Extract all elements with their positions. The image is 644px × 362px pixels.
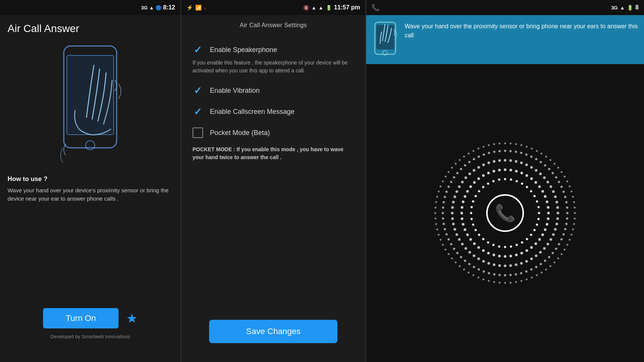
svg-point-23 xyxy=(470,218,473,220)
turn-on-button[interactable]: Turn On xyxy=(43,308,119,328)
svg-point-191 xyxy=(447,186,450,188)
bottom-area: Turn On ★ Developed by Smartweb Innovati… xyxy=(0,308,180,339)
svg-point-150 xyxy=(566,212,569,214)
svg-point-202 xyxy=(493,151,495,153)
svg-point-228 xyxy=(566,244,568,245)
svg-point-97 xyxy=(543,247,546,250)
svg-point-159 xyxy=(548,256,550,258)
svg-point-164 xyxy=(525,270,527,273)
svg-point-152 xyxy=(565,223,567,225)
svg-point-292 xyxy=(553,163,555,165)
turn-on-row: Turn On ★ xyxy=(43,308,137,328)
phone-status-icon: 📞 xyxy=(371,3,380,12)
checkbox-pocket[interactable] xyxy=(193,127,203,138)
svg-point-155 xyxy=(561,238,563,241)
svg-point-196 xyxy=(464,164,466,167)
svg-point-230 xyxy=(561,253,562,255)
svg-point-46 xyxy=(541,233,544,236)
panel-settings-screen: ⚡ 📶 ↓ 🔇 ▲ ▲ 🔋 11:57 pm Air Call Answer S… xyxy=(181,0,366,362)
svg-point-172 xyxy=(483,270,485,273)
svg-point-289 xyxy=(541,153,542,155)
checkbox-callscreen[interactable]: ✓ xyxy=(193,106,203,117)
svg-point-239 xyxy=(521,280,522,282)
svg-point-52 xyxy=(515,254,518,256)
svg-point-246 xyxy=(482,278,484,280)
how-to-use-heading: How to use ? xyxy=(8,174,173,184)
status-icons-1: 3G ▲ 🔵 8:12 xyxy=(141,4,175,11)
svg-point-297 xyxy=(569,186,570,187)
svg-point-189 xyxy=(444,196,446,198)
svg-point-89 xyxy=(547,206,550,209)
svg-point-57 xyxy=(487,252,490,255)
favorite-star-icon[interactable]: ★ xyxy=(126,311,137,326)
svg-point-111 xyxy=(473,255,475,257)
svg-point-270 xyxy=(448,171,450,173)
svg-point-85 xyxy=(538,185,541,188)
svg-point-268 xyxy=(442,181,444,183)
svg-point-15 xyxy=(504,246,506,248)
svg-point-27 xyxy=(475,195,477,197)
svg-point-279 xyxy=(488,144,490,146)
label-pocket: Pocket Mode (Beta) xyxy=(210,129,270,137)
svg-point-284 xyxy=(515,143,517,145)
svg-point-142 xyxy=(539,172,542,175)
svg-point-122 xyxy=(452,201,455,203)
svg-point-124 xyxy=(456,190,458,193)
svg-point-145 xyxy=(550,186,552,188)
svg-point-208 xyxy=(525,153,527,156)
svg-point-149 xyxy=(556,206,559,209)
svg-point-87 xyxy=(544,195,547,198)
svg-point-70 xyxy=(466,190,469,193)
svg-point-140 xyxy=(530,166,533,169)
svg-point-13 xyxy=(516,244,518,246)
svg-point-231 xyxy=(557,258,559,259)
save-changes-button[interactable]: Save Changes xyxy=(209,320,337,343)
svg-point-28 xyxy=(478,190,480,192)
svg-point-67 xyxy=(461,206,463,209)
svg-point-245 xyxy=(488,280,490,282)
setting-row-pocket[interactable]: Pocket Mode (Beta) xyxy=(193,121,354,142)
checkmark-callscreen: ✓ xyxy=(194,106,202,118)
svg-point-194 xyxy=(456,172,459,174)
svg-point-190 xyxy=(445,191,448,193)
svg-point-177 xyxy=(460,256,462,258)
svg-point-50 xyxy=(525,249,528,252)
svg-point-143 xyxy=(543,176,546,179)
answer-call-button[interactable]: 📞 xyxy=(486,194,524,232)
svg-point-61 xyxy=(469,238,472,241)
svg-point-38 xyxy=(530,190,532,192)
svg-point-288 xyxy=(536,150,538,152)
svg-point-294 xyxy=(561,171,562,173)
svg-point-95 xyxy=(550,238,552,241)
checkbox-vibration[interactable]: ✓ xyxy=(193,85,203,96)
svg-point-185 xyxy=(442,217,444,219)
svg-point-182 xyxy=(445,233,448,235)
svg-point-298 xyxy=(570,190,572,192)
svg-point-139 xyxy=(525,164,528,166)
setting-row-vibration[interactable]: ✓ Enable Vibration xyxy=(193,78,354,100)
notification-icon: ↓ xyxy=(204,5,206,11)
checkbox-speakerphone[interactable]: ✓ xyxy=(193,44,203,55)
svg-point-283 xyxy=(510,143,512,144)
svg-point-199 xyxy=(478,155,480,158)
svg-point-276 xyxy=(473,150,475,152)
svg-point-62 xyxy=(466,233,469,236)
svg-point-206 xyxy=(515,151,517,153)
svg-point-227 xyxy=(569,239,570,241)
svg-point-273 xyxy=(459,159,461,161)
svg-point-76 xyxy=(493,170,495,172)
svg-point-18 xyxy=(487,241,489,244)
svg-point-275 xyxy=(468,153,470,155)
svg-point-88 xyxy=(546,201,548,203)
phone-illustration-svg xyxy=(52,42,128,163)
setting-row-callscreen[interactable]: ✓ Enable Callscreen Message xyxy=(193,100,354,121)
setting-row-speakerphone[interactable]: ✓ Enable Speakerphone xyxy=(193,38,354,59)
svg-point-65 xyxy=(461,218,463,220)
svg-point-43 xyxy=(547,218,550,220)
svg-point-135 xyxy=(504,159,507,162)
svg-point-166 xyxy=(515,273,517,275)
svg-point-103 xyxy=(515,263,518,266)
svg-point-146 xyxy=(552,190,555,193)
svg-point-158 xyxy=(552,252,554,254)
signal-3g-icon: 3G xyxy=(611,5,618,11)
